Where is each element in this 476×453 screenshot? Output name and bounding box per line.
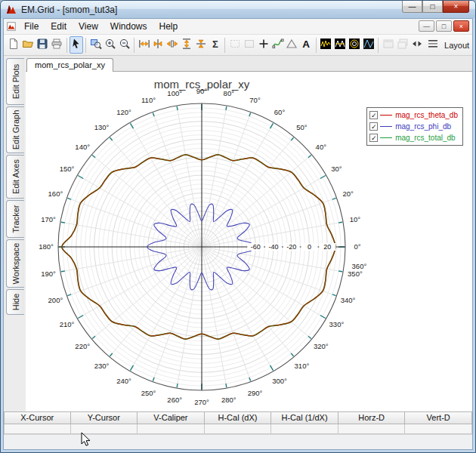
legend-checkbox[interactable]: ✓ xyxy=(369,134,378,142)
expand-horizontal-icon xyxy=(166,38,178,53)
plot-style-3-button[interactable] xyxy=(348,36,362,54)
menu-bar: FileEditViewWindowsHelp —□× xyxy=(4,19,472,35)
side-tab-strip: Edit PlotsEdit GraphEdit AxesTrackerWork… xyxy=(4,56,26,411)
layout-label: Layout xyxy=(444,41,469,50)
save-button[interactable] xyxy=(36,36,50,54)
menu-edit[interactable]: Edit xyxy=(45,19,73,34)
angle-label: 30° xyxy=(331,165,342,173)
angle-label: 50° xyxy=(296,123,308,131)
angle-label: 300° xyxy=(272,377,287,385)
toolbar-separator xyxy=(66,38,67,53)
legend-item: ✓mag_rcs_phi_db xyxy=(369,121,458,132)
mdi-minimize-button[interactable]: — xyxy=(419,20,434,32)
cascade-windows-icon xyxy=(397,38,409,53)
zoom-window-button[interactable] xyxy=(88,36,103,54)
document-tab-mom-rcs-polar-xy[interactable]: mom_rcs_polar_xy xyxy=(26,58,113,72)
tile-windows-button[interactable] xyxy=(381,36,395,54)
sidebar-tab-workspace[interactable]: Workspace xyxy=(6,239,24,288)
mdi-restore-button[interactable]: □ xyxy=(436,20,452,32)
sidebar-tab-label: Hide xyxy=(11,294,20,311)
sidebar-tab-edit-plots[interactable]: Edit Plots xyxy=(6,58,24,105)
minimize-button[interactable]: — xyxy=(402,1,422,13)
fit-vertical-icon xyxy=(181,38,193,53)
sidebar-tab-edit-graph[interactable]: Edit Graph xyxy=(6,106,24,153)
menu-view[interactable]: View xyxy=(73,19,104,34)
legend-label: mag_rcs_theta_db xyxy=(395,111,458,119)
close-button[interactable]: × xyxy=(443,1,469,13)
print-button[interactable] xyxy=(50,36,64,54)
angle-label: 40° xyxy=(316,143,327,151)
main-column: mom_rcs_polar_xy 0°10°20°30°40°50°60°70°… xyxy=(26,56,472,411)
compress-horizontal-button[interactable] xyxy=(151,36,165,54)
add-marker-button[interactable] xyxy=(256,36,270,54)
angle-label: 20° xyxy=(342,190,354,198)
fit-vertical-button[interactable] xyxy=(180,36,194,54)
plot-style-2-button[interactable] xyxy=(333,36,348,54)
layout-icon xyxy=(427,38,439,53)
angle-label: 310° xyxy=(295,362,310,370)
angle-label: 0° xyxy=(354,242,360,251)
new-document-button[interactable] xyxy=(7,36,21,54)
sidebar-tab-edit-axes[interactable]: Edit Axes xyxy=(6,155,24,199)
select-pointer-button[interactable] xyxy=(70,36,84,54)
sidebar-tab-tracker[interactable]: Tracker xyxy=(6,200,24,238)
sync-views-button[interactable] xyxy=(410,36,424,54)
angle-label: 360° xyxy=(352,262,367,270)
plot-style-4-icon xyxy=(363,38,375,53)
legend-checkbox[interactable]: ✓ xyxy=(369,122,378,131)
plot-area[interactable]: 0°10°20°30°40°50°60°70°80°90°100°110°120… xyxy=(26,72,472,411)
expand-horizontal-button[interactable] xyxy=(165,36,180,54)
selection-box-button[interactable] xyxy=(227,36,242,54)
layout-button[interactable] xyxy=(424,36,442,54)
add-text-button[interactable]: A xyxy=(299,36,314,54)
readout-header-vert-d: Vert-D xyxy=(405,411,472,424)
menu-help[interactable]: Help xyxy=(153,19,184,34)
window-title: EM.Grid - [smom_tut3a] xyxy=(21,5,117,15)
mdi-close-button[interactable]: × xyxy=(453,20,469,32)
zoom-out-icon xyxy=(119,38,131,53)
readout-header-x-cursor: X-Cursor xyxy=(4,411,71,424)
autoscale-button[interactable]: Σ xyxy=(209,36,223,54)
sync-views-icon xyxy=(411,38,423,53)
angle-label: 170° xyxy=(41,215,56,223)
toolbar-separator xyxy=(224,38,225,53)
angle-label: 290° xyxy=(248,389,263,397)
add-shape-icon xyxy=(286,38,298,53)
region-box-button[interactable] xyxy=(242,36,256,54)
zoom-out-button[interactable] xyxy=(117,36,131,54)
edit-curve-icon xyxy=(272,38,284,53)
angle-label: 350° xyxy=(348,270,363,278)
mouse-cursor xyxy=(81,432,91,447)
angle-label: 110° xyxy=(141,96,156,104)
open-file-button[interactable] xyxy=(21,36,36,54)
add-shape-button[interactable] xyxy=(285,36,299,54)
menu-windows[interactable]: Windows xyxy=(104,19,153,34)
maximize-button[interactable]: □ xyxy=(422,1,443,13)
legend-checkbox[interactable]: ✓ xyxy=(369,111,378,119)
menu-file[interactable]: File xyxy=(18,19,45,34)
compress-vertical-button[interactable] xyxy=(194,36,209,54)
angle-label: 200° xyxy=(48,296,63,304)
readout-header-horz-d: Horz-D xyxy=(338,411,406,424)
angle-label: 280° xyxy=(221,396,236,404)
angle-label: 340° xyxy=(341,296,356,304)
zoom-in-button[interactable] xyxy=(103,36,117,54)
client-area: FileEditViewWindowsHelp —□× ΣALayout Edi… xyxy=(3,18,473,450)
app-icon xyxy=(5,4,17,16)
readout-value xyxy=(138,424,205,434)
cascade-windows-button[interactable] xyxy=(395,36,410,54)
sidebar-tab-label: Edit Plots xyxy=(11,64,20,99)
toolbar-separator xyxy=(85,38,86,53)
app-window: EM.Grid - [smom_tut3a] —□× FileEditViewW… xyxy=(0,0,476,453)
compress-horizontal-icon xyxy=(152,38,164,53)
fit-horizontal-button[interactable] xyxy=(137,36,151,54)
plot-style-4-button[interactable] xyxy=(361,36,376,54)
radial-label: 0 xyxy=(308,243,311,251)
angle-label: 330° xyxy=(329,320,345,328)
readout-value xyxy=(4,424,71,434)
sidebar-tab-label: Edit Graph xyxy=(11,110,20,150)
plot-style-1-button[interactable] xyxy=(319,36,333,54)
sidebar-tab-hide[interactable]: Hide xyxy=(6,289,24,315)
plot-style-1-icon xyxy=(320,38,332,53)
edit-curve-button[interactable] xyxy=(270,36,285,54)
